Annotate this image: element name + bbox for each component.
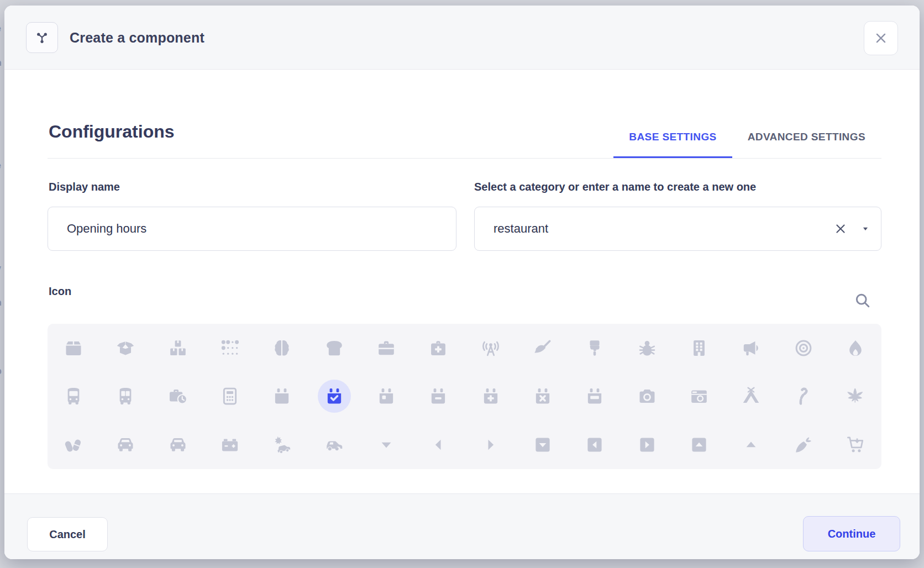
- icon-business-time[interactable]: [161, 380, 195, 413]
- icon-caret-square-left[interactable]: [578, 428, 611, 461]
- display-name-input[interactable]: [48, 207, 456, 251]
- icon-calendar-plus[interactable]: [474, 380, 507, 413]
- category-label: Select a category or enter a name to cre…: [474, 181, 756, 193]
- tab-base-settings[interactable]: BASE SETTINGS: [613, 118, 732, 159]
- display-name-label: Display name: [49, 181, 120, 193]
- icon-grid: [48, 324, 881, 469]
- modal-header: Create a component: [4, 6, 920, 70]
- modal-title: Create a component: [70, 6, 204, 70]
- icon-briefcase-medical[interactable]: [422, 332, 455, 365]
- icon-calendar-times[interactable]: [526, 380, 559, 413]
- create-component-modal: Create a component Configurations BASE S…: [4, 6, 920, 559]
- component-nodes-icon: [26, 22, 58, 53]
- icon-carrot[interactable]: [787, 428, 820, 461]
- icon-calendar-check-selected[interactable]: [318, 380, 351, 413]
- icon-bread-slice[interactable]: [318, 332, 351, 365]
- icon-box-open[interactable]: [109, 332, 142, 365]
- close-icon: [874, 31, 888, 45]
- icon-car-battery[interactable]: [213, 428, 246, 461]
- icon-briefcase[interactable]: [370, 332, 403, 365]
- icon-calendar-week[interactable]: [578, 380, 611, 413]
- category-combobox: [474, 207, 881, 251]
- icon-camera-retro[interactable]: [683, 380, 716, 413]
- icon-picker-label: Icon: [49, 285, 71, 298]
- icon-burn[interactable]: [839, 332, 872, 365]
- continue-button[interactable]: Continue: [803, 516, 900, 551]
- icon-bus-alt[interactable]: [109, 380, 142, 413]
- icon-box[interactable]: [57, 332, 90, 365]
- close-button[interactable]: [864, 21, 898, 55]
- icon-brush[interactable]: [578, 332, 611, 365]
- category-input[interactable]: [474, 207, 881, 251]
- icon-braille[interactable]: [213, 332, 246, 365]
- icon-calendar-minus[interactable]: [422, 380, 455, 413]
- x-clear-icon[interactable]: [833, 222, 848, 236]
- icon-bullhorn[interactable]: [734, 332, 768, 365]
- icon-car-alt[interactable]: [161, 428, 195, 461]
- icon-bullseye[interactable]: [787, 332, 820, 365]
- icon-bug[interactable]: [631, 332, 664, 365]
- icon-candy-cane[interactable]: [787, 380, 820, 413]
- icon-caret-square-up[interactable]: [683, 428, 716, 461]
- modal-footer: Cancel Continue: [4, 493, 920, 559]
- icon-campground[interactable]: [734, 380, 768, 413]
- tab-advanced-settings[interactable]: ADVANCED SETTINGS: [732, 118, 881, 159]
- icon-cannabis[interactable]: [839, 380, 872, 413]
- icon-calendar[interactable]: [265, 380, 298, 413]
- icon-car-crash[interactable]: [265, 428, 298, 461]
- icon-boxes-stacked[interactable]: [161, 332, 195, 365]
- magnifier-icon[interactable]: [854, 292, 872, 309]
- icon-caret-right[interactable]: [474, 428, 507, 461]
- icon-capsules[interactable]: [57, 428, 90, 461]
- icon-calendar-day[interactable]: [370, 380, 403, 413]
- icon-caret-square-down[interactable]: [526, 428, 559, 461]
- page-title: Configurations: [49, 122, 175, 142]
- icon-broom[interactable]: [526, 332, 559, 365]
- tabs-divider: [48, 158, 881, 159]
- icon-caret-square-right[interactable]: [631, 428, 664, 461]
- icon-building[interactable]: [683, 332, 716, 365]
- icon-camera[interactable]: [631, 380, 664, 413]
- icon-brain[interactable]: [265, 332, 298, 365]
- icon-cart-arrow-down[interactable]: [839, 428, 872, 461]
- icon-caret-up[interactable]: [734, 428, 768, 461]
- icon-calculator[interactable]: [213, 380, 246, 413]
- icon-broadcast-tower[interactable]: [474, 332, 507, 365]
- icon-caret-left[interactable]: [422, 428, 455, 461]
- icon-caret-down[interactable]: [370, 428, 403, 461]
- icon-bus[interactable]: [57, 380, 90, 413]
- icon-car-side[interactable]: [318, 428, 351, 461]
- cancel-button[interactable]: Cancel: [27, 517, 108, 551]
- caret-down-icon[interactable]: [861, 225, 870, 233]
- icon-car[interactable]: [109, 428, 142, 461]
- settings-tabs: BASE SETTINGS ADVANCED SETTINGS: [613, 118, 881, 159]
